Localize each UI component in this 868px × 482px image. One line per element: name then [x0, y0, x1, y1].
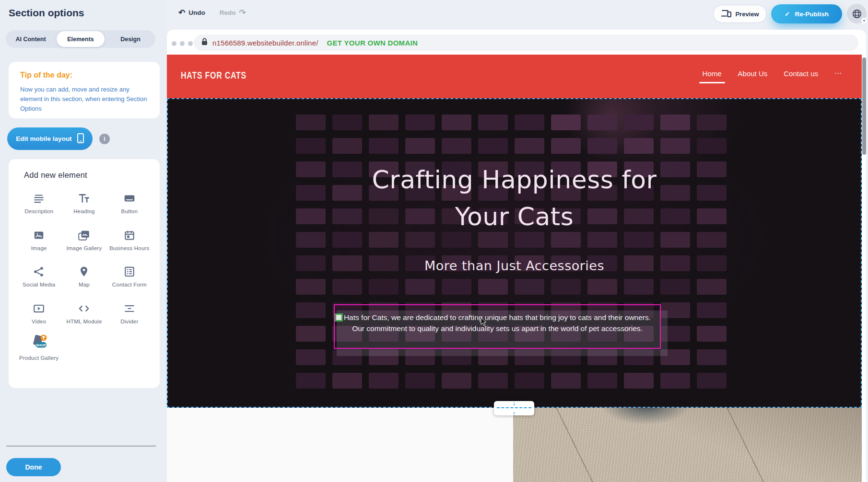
add-element-social-media[interactable]: Social Media — [18, 263, 59, 289]
nav-item-contactus[interactable]: Contact us — [784, 69, 818, 80]
mosaic-tile — [296, 326, 326, 342]
add-element-description[interactable]: Description — [18, 189, 59, 216]
preview-scrollbar[interactable] — [862, 57, 866, 155]
redo-label: Redo — [220, 9, 236, 16]
mosaic-tile — [660, 373, 690, 389]
product-gallery-icon: SHOP — [29, 336, 49, 351]
add-element-map[interactable]: Map — [63, 263, 105, 289]
next-section-background — [167, 408, 513, 482]
info-icon[interactable]: i — [99, 134, 110, 144]
add-element-business-hours[interactable]: Business Hours — [109, 226, 150, 252]
mosaic-tile — [551, 138, 581, 154]
mosaic-tile — [660, 138, 690, 154]
done-button[interactable]: Done — [6, 458, 61, 476]
mosaic-tile — [478, 279, 508, 295]
mosaic-tile — [697, 302, 727, 318]
add-element-card: Add new element DescriptionHeadingButton… — [9, 159, 160, 388]
arrow-down-icon: ↓ — [494, 400, 534, 406]
republish-button[interactable]: ✓ Re-Publish — [771, 4, 842, 23]
add-element-button[interactable]: Button — [109, 189, 150, 216]
site-preview-panel: n1566589.websitebuilder.online/ GET YOUR… — [167, 30, 866, 482]
selected-paragraph-element[interactable]: Hats for Cats, we are dedicated to craft… — [334, 304, 661, 349]
nav-item-[interactable]: ⋯ — [834, 69, 842, 80]
svg-text:SHOP: SHOP — [36, 343, 46, 347]
mosaic-tile — [551, 115, 581, 130]
preview-label: Preview — [735, 11, 759, 18]
edit-mobile-layout-button[interactable]: Edit mobile layout — [7, 127, 93, 150]
phone-icon — [77, 133, 84, 145]
mosaic-tile — [296, 115, 326, 130]
lock-icon — [201, 38, 208, 47]
element-label: Image Gallery — [66, 245, 102, 252]
element-label: Description — [24, 208, 53, 216]
image-icon — [33, 226, 45, 241]
add-element-divider[interactable]: Divider — [109, 299, 150, 326]
window-dot-icon — [180, 41, 185, 46]
add-element-product-gallery[interactable]: SHOPProduct Gallery — [18, 336, 59, 362]
mosaic-tile — [660, 115, 690, 130]
hero-subtitle[interactable]: More than Just Accessories — [168, 258, 861, 273]
add-element-html-module[interactable]: HTML Module — [63, 299, 105, 326]
mosaic-tile — [515, 115, 544, 130]
sidebar-divider — [6, 446, 156, 447]
section-resize-handle[interactable]: ↓ ↑ — [494, 401, 534, 415]
preview-button[interactable]: Preview — [713, 5, 767, 23]
mosaic-tile — [551, 373, 581, 389]
element-label: HTML Module — [66, 318, 102, 326]
add-element-contact-form[interactable]: Contact Form — [109, 263, 150, 289]
paragraph-text: Hats for Cats, we are dedicated to craft… — [335, 312, 660, 334]
element-label: Map — [79, 281, 90, 289]
mosaic-tile — [405, 279, 435, 295]
tip-title: Tip of the day: — [20, 71, 148, 80]
tab-ai-content[interactable]: AI Content — [7, 31, 55, 47]
mosaic-tile — [405, 138, 435, 154]
hero-title[interactable]: Crafting Happiness for Your Cats — [168, 161, 861, 235]
sidebar-tabs: AI ContentElementsDesign — [6, 30, 155, 48]
window-dot-icon — [172, 41, 176, 46]
mosaic-tile — [478, 373, 508, 389]
republish-label: Re-Publish — [795, 11, 829, 18]
redo-button[interactable]: Redo ↷ — [220, 8, 246, 18]
globe-icon[interactable] — [847, 4, 867, 23]
mosaic-tile — [551, 279, 581, 295]
element-label: Image — [31, 245, 47, 252]
mosaic-tile — [442, 279, 471, 295]
mosaic-tile — [624, 373, 654, 389]
site-logo[interactable]: HATS FOR CATS — [181, 69, 246, 81]
nav-item-aboutus[interactable]: About Us — [738, 69, 768, 80]
drag-handle[interactable] — [335, 313, 343, 321]
mosaic-tile — [442, 373, 471, 389]
get-your-own-domain-link[interactable]: GET YOUR OWN DOMAIN — [327, 39, 418, 47]
nav-item-home[interactable]: Home — [703, 69, 722, 80]
tab-design[interactable]: Design — [106, 31, 154, 47]
paragraph-line1: Hats for Cats, we are dedicated to craft… — [335, 312, 660, 323]
image-gallery-icon — [77, 226, 91, 241]
mosaic-tile — [478, 115, 508, 130]
add-element-heading[interactable]: Heading — [63, 189, 105, 216]
mosaic-tile — [697, 115, 727, 130]
arrow-up-icon: ↑ — [494, 410, 534, 417]
social-media-icon — [33, 263, 45, 278]
mosaic-tile — [697, 373, 727, 389]
browser-address-bar[interactable]: n1566589.websitebuilder.online/ GET YOUR… — [194, 34, 858, 51]
mosaic-tile — [369, 373, 399, 389]
window-dot-icon — [188, 41, 193, 46]
tab-elements[interactable]: Elements — [57, 31, 105, 47]
undo-button[interactable]: ↶ Undo — [178, 8, 205, 18]
element-label: Divider — [120, 318, 138, 326]
mosaic-tile — [697, 138, 727, 154]
description-icon — [33, 189, 45, 205]
mosaic-tile — [296, 373, 326, 389]
pavement-photo — [513, 408, 862, 482]
add-element-image[interactable]: Image — [18, 226, 59, 252]
mosaic-tile — [332, 373, 362, 389]
resize-dash-line — [497, 407, 531, 408]
contact-form-icon — [123, 263, 136, 278]
undo-label: Undo — [188, 9, 205, 16]
add-element-video[interactable]: Video — [18, 299, 59, 326]
add-element-image-gallery[interactable]: Image Gallery — [63, 226, 105, 252]
element-label: Video — [32, 318, 46, 326]
hero-section[interactable]: Crafting Happiness for Your Cats More th… — [167, 98, 862, 408]
undo-icon: ↶ — [178, 8, 185, 18]
business-hours-icon — [123, 226, 136, 241]
